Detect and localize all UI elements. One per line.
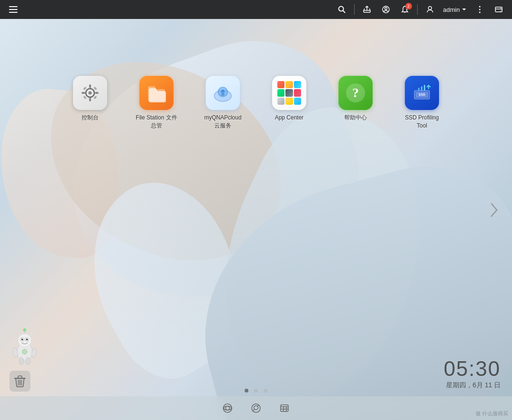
bottom-icon-2[interactable] (247, 400, 265, 417)
icons-row: 控制台 File Station 文件总管 myQN (69, 76, 443, 130)
icon-img-help: ? (338, 76, 373, 110)
svg-point-58 (226, 406, 229, 410)
svg-point-57 (223, 404, 232, 412)
svg-point-53 (22, 349, 27, 354)
svg-point-16 (500, 8, 501, 9)
upload-button[interactable] (358, 1, 375, 18)
icon-label-control: 控制台 (82, 114, 99, 122)
clock: 05:30 星期四，6月 11 日 (444, 358, 501, 390)
bottom-icon-3[interactable] (276, 400, 293, 417)
svg-point-12 (479, 9, 481, 10)
robot-mascot[interactable] (9, 328, 40, 368)
appcenter-cell-4 (277, 89, 284, 96)
svg-point-3 (338, 7, 343, 11)
icon-appcenter[interactable]: App Center (268, 76, 311, 122)
svg-rect-26 (83, 96, 87, 100)
notification-badge: 2 (405, 3, 412, 9)
svg-point-19 (89, 91, 92, 95)
notification-button[interactable]: 2 (396, 1, 413, 18)
svg-point-13 (479, 12, 481, 13)
divider1 (354, 4, 355, 15)
svg-rect-21 (89, 98, 91, 101)
clock-time: 05:30 (444, 358, 501, 379)
appcenter-grid (276, 80, 302, 106)
svg-point-17 (500, 10, 501, 11)
icon-img-appcenter (272, 76, 306, 110)
bottom-icon-1[interactable] (219, 400, 236, 417)
svg-point-52 (26, 357, 30, 365)
trash-area (9, 371, 30, 392)
appcenter-cell-1 (277, 81, 284, 88)
page-dot-2[interactable] (254, 389, 258, 393)
page-dot-1[interactable] (245, 389, 248, 393)
svg-rect-23 (95, 92, 99, 94)
icon-img-myqnapcloud (206, 76, 240, 110)
user-circle-button[interactable] (377, 1, 394, 18)
trash-button[interactable] (9, 371, 30, 392)
icon-filestation[interactable]: File Station 文件总管 (135, 76, 178, 130)
username-label: admin (443, 6, 460, 13)
svg-text:?: ? (352, 85, 359, 100)
svg-rect-1 (9, 9, 18, 10)
icon-label-filestation: File Station 文件总管 (135, 114, 178, 130)
icon-img-control (73, 76, 107, 110)
svg-rect-22 (82, 92, 85, 94)
appcenter-cell-8 (285, 98, 293, 105)
appcenter-cell-9 (294, 98, 301, 105)
icon-help[interactable]: ? 帮助中心 (334, 76, 377, 122)
svg-point-46 (27, 338, 28, 339)
bottom-taskbar (0, 396, 512, 420)
search-button[interactable] (333, 1, 350, 18)
icon-label-help: 帮助中心 (344, 114, 367, 122)
icon-label-myqnapcloud: myQNAPcloud 云服务 (201, 114, 244, 130)
appcenter-cell-5 (285, 89, 293, 96)
svg-point-10 (428, 7, 431, 10)
next-page-arrow[interactable] (485, 201, 503, 219)
username-button[interactable]: admin (440, 1, 469, 18)
appcenter-cell-7 (277, 98, 284, 105)
svg-rect-0 (9, 6, 18, 7)
svg-rect-2 (9, 12, 18, 13)
svg-rect-27 (93, 96, 97, 100)
icon-img-filestation (139, 76, 174, 110)
watermark: 值 什么值得买 (475, 410, 508, 417)
appcenter-cell-2 (285, 81, 293, 88)
svg-point-11 (479, 6, 481, 8)
svg-rect-37 (424, 85, 425, 91)
icon-label-appcenter: App Center (275, 114, 304, 122)
svg-text:SSD: SSD (419, 93, 425, 96)
svg-point-51 (19, 357, 24, 365)
svg-rect-24 (83, 87, 87, 91)
svg-rect-36 (421, 86, 422, 91)
svg-rect-14 (495, 7, 502, 12)
icon-img-ssd: SSD (405, 76, 439, 110)
divider2 (417, 4, 418, 15)
svg-rect-35 (418, 88, 420, 91)
page-dot-3[interactable] (264, 389, 267, 393)
desktop-icons-area: 控制台 File Station 文件总管 myQN (0, 19, 512, 130)
profile-button[interactable] (421, 1, 439, 18)
svg-point-45 (22, 338, 23, 339)
storage-button[interactable] (490, 1, 507, 18)
clock-date: 星期四，6月 11 日 (444, 381, 501, 390)
icon-control[interactable]: 控制台 (69, 76, 111, 122)
icon-ssd[interactable]: SSD SSD Profiling Tool (401, 76, 443, 130)
icon-label-ssd: SSD Profiling Tool (401, 114, 443, 130)
svg-rect-5 (364, 10, 370, 12)
svg-line-4 (343, 11, 345, 13)
page-dots (245, 389, 267, 393)
icon-myqnapcloud[interactable]: myQNAPcloud 云服务 (201, 76, 244, 130)
svg-rect-25 (93, 87, 97, 91)
svg-point-40 (18, 334, 31, 347)
menu-button[interactable] (5, 1, 22, 18)
taskbar: 2 admin (0, 0, 512, 19)
appcenter-cell-6 (294, 89, 301, 96)
more-button[interactable] (471, 1, 488, 18)
svg-point-9 (384, 8, 387, 10)
svg-point-48 (24, 329, 26, 331)
svg-rect-60 (281, 405, 288, 411)
svg-rect-20 (89, 84, 91, 88)
appcenter-cell-3 (294, 81, 301, 88)
